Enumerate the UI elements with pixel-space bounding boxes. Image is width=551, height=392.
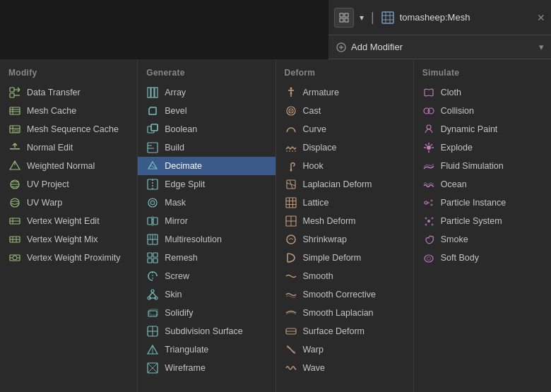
menu-item-curve[interactable]: Curve bbox=[276, 120, 413, 138]
menu-item-smoke[interactable]: Smoke bbox=[414, 230, 551, 249]
menu-item-array[interactable]: Array bbox=[138, 83, 275, 102]
svg-rect-48 bbox=[155, 88, 158, 97]
menu-item-label: Screw bbox=[165, 271, 189, 281]
menu-item-vertex-weight-mix[interactable]: Vertex Weight Mix bbox=[0, 230, 137, 249]
menu-item-ocean[interactable]: Ocean bbox=[414, 175, 551, 194]
icon-remesh bbox=[146, 251, 159, 264]
menu-item-label: Ocean bbox=[441, 179, 467, 189]
object-title: tomasheep:Mesh bbox=[400, 12, 470, 23]
icon-lattice bbox=[285, 196, 297, 209]
menu-item-dynamic-paint[interactable]: Dynamic Paint bbox=[414, 120, 551, 138]
menu-item-particle-instance[interactable]: Particle Instance bbox=[414, 194, 551, 212]
icon-mesh-sequence-cache bbox=[8, 123, 21, 136]
menu-item-triangulate[interactable]: Triangulate bbox=[138, 340, 275, 359]
icon-edge-split bbox=[146, 178, 159, 191]
svg-rect-73 bbox=[153, 253, 158, 257]
menu-item-cast[interactable]: Cast bbox=[276, 102, 413, 120]
menu-item-edge-split[interactable]: Edge Split bbox=[138, 175, 275, 194]
svg-point-130 bbox=[430, 200, 432, 202]
icon-smooth-laplacian bbox=[285, 307, 297, 319]
icon-displace bbox=[285, 141, 297, 154]
svg-rect-1 bbox=[345, 13, 348, 17]
menu-item-hook[interactable]: Hook bbox=[276, 157, 413, 175]
svg-rect-75 bbox=[153, 259, 158, 263]
menu-item-remesh[interactable]: Remesh bbox=[138, 249, 275, 267]
svg-point-134 bbox=[431, 218, 433, 220]
menu-item-subdivision-surface[interactable]: Subdivision Surface bbox=[138, 322, 275, 340]
icon-uv-warp bbox=[8, 196, 21, 209]
menu-item-solidify[interactable]: Solidify bbox=[138, 304, 275, 322]
menu-item-fluid-simulation[interactable]: Fluid Simulation bbox=[414, 157, 551, 175]
menu-item-particle-system[interactable]: Particle System bbox=[414, 212, 551, 230]
icon-ocean bbox=[422, 178, 435, 191]
svg-point-137 bbox=[425, 255, 433, 262]
menu-item-decimate[interactable]: Decimate bbox=[138, 157, 275, 175]
menu-item-soft-body[interactable]: Soft Body bbox=[414, 249, 551, 267]
menu-item-mirror[interactable]: Mirror bbox=[138, 212, 275, 230]
icon-curve bbox=[285, 123, 297, 136]
menu-item-label: Cast bbox=[303, 106, 321, 116]
menu-item-vertex-weight-proximity[interactable]: Vertex Weight Proximity bbox=[0, 249, 137, 267]
menu-item-surface-deform[interactable]: Surface Deform bbox=[276, 322, 413, 340]
column-header-generate: Generate bbox=[138, 65, 275, 83]
menu-item-uv-warp[interactable]: UV Warp bbox=[0, 194, 137, 212]
menu-item-data-transfer[interactable]: Data Transfer bbox=[0, 83, 137, 102]
menu-item-uv-project[interactable]: UV Project bbox=[0, 175, 137, 194]
add-modifier-bar[interactable]: Add Modifier ▾ bbox=[328, 35, 551, 59]
svg-rect-54 bbox=[148, 143, 158, 153]
menu-item-mesh-sequence-cache[interactable]: Mesh Sequence Cache bbox=[0, 120, 137, 138]
menu-item-skin[interactable]: Skin bbox=[138, 285, 275, 304]
menu-item-cloth[interactable]: Cloth bbox=[414, 83, 551, 102]
menu-item-armature[interactable]: Armature bbox=[276, 83, 413, 102]
menu-item-explode[interactable]: Explode bbox=[414, 138, 551, 157]
menu-item-build[interactable]: Build bbox=[138, 138, 275, 157]
menu-item-mesh-cache[interactable]: Mesh Cache bbox=[0, 102, 137, 120]
svg-point-119 bbox=[428, 108, 434, 114]
menu-item-smooth-corrective[interactable]: Smooth Corrective bbox=[276, 285, 413, 304]
menu-item-bevel[interactable]: Bevel bbox=[138, 102, 275, 120]
menu-item-laplacian-deform[interactable]: Laplacian Deform bbox=[276, 175, 413, 194]
menu-item-screw[interactable]: Screw bbox=[138, 267, 275, 285]
menu-item-lattice[interactable]: Lattice bbox=[276, 194, 413, 212]
menu-item-smooth[interactable]: Smooth bbox=[276, 267, 413, 285]
svg-rect-25 bbox=[14, 130, 18, 132]
svg-point-96 bbox=[290, 93, 292, 95]
icon-screw bbox=[146, 270, 159, 283]
object-type-icon[interactable] bbox=[334, 8, 354, 28]
menu-item-label: Edge Split bbox=[165, 179, 205, 189]
menu-item-displace[interactable]: Displace bbox=[276, 138, 413, 157]
svg-rect-26 bbox=[10, 148, 20, 150]
close-button[interactable]: ✕ bbox=[537, 12, 545, 23]
svg-point-43 bbox=[13, 256, 17, 260]
icon-vertex-weight-mix bbox=[8, 233, 21, 246]
svg-point-63 bbox=[150, 201, 155, 205]
menu-item-label: Mesh Cache bbox=[27, 106, 76, 116]
svg-rect-3 bbox=[345, 18, 348, 22]
icon-hook bbox=[285, 160, 297, 172]
icon-wave bbox=[285, 362, 297, 374]
menu-item-collision[interactable]: Collision bbox=[414, 102, 551, 120]
menu-item-mesh-deform[interactable]: Mesh Deform bbox=[276, 212, 413, 230]
menu-item-smooth-laplacian[interactable]: Smooth Laplacian bbox=[276, 304, 413, 322]
icon-soft-body bbox=[422, 251, 435, 264]
menu-item-warp[interactable]: Warp bbox=[276, 340, 413, 359]
menu-item-label: Multiresolution bbox=[165, 234, 222, 244]
menu-item-simple-deform[interactable]: Simple Deform bbox=[276, 249, 413, 267]
menu-item-label: Decimate bbox=[165, 161, 202, 171]
menu-item-label: Fluid Simulation bbox=[441, 161, 504, 171]
menu-item-multiresolution[interactable]: Multiresolution bbox=[138, 230, 275, 249]
icon-uv-project bbox=[8, 178, 21, 191]
menu-item-wave[interactable]: Wave bbox=[276, 359, 413, 377]
menu-item-boolean[interactable]: Boolean bbox=[138, 120, 275, 138]
icon-mesh-deform bbox=[285, 215, 297, 227]
menu-item-wireframe[interactable]: Wireframe bbox=[138, 359, 275, 377]
svg-rect-72 bbox=[148, 253, 152, 257]
menu-item-mask[interactable]: Mask bbox=[138, 194, 275, 212]
menu-item-weighted-normal[interactable]: Weighted Normal bbox=[0, 157, 137, 175]
menu-item-normal-edit[interactable]: Normal Edit bbox=[0, 138, 137, 157]
menu-item-vertex-weight-edit[interactable]: Vertex Weight Edit bbox=[0, 212, 137, 230]
column-header-deform: Deform bbox=[276, 65, 413, 83]
view-dropdown[interactable]: ▾ bbox=[360, 13, 364, 23]
menu-item-shrinkwrap[interactable]: Shrinkwrap bbox=[276, 230, 413, 249]
menu-item-label: Array bbox=[165, 88, 186, 97]
